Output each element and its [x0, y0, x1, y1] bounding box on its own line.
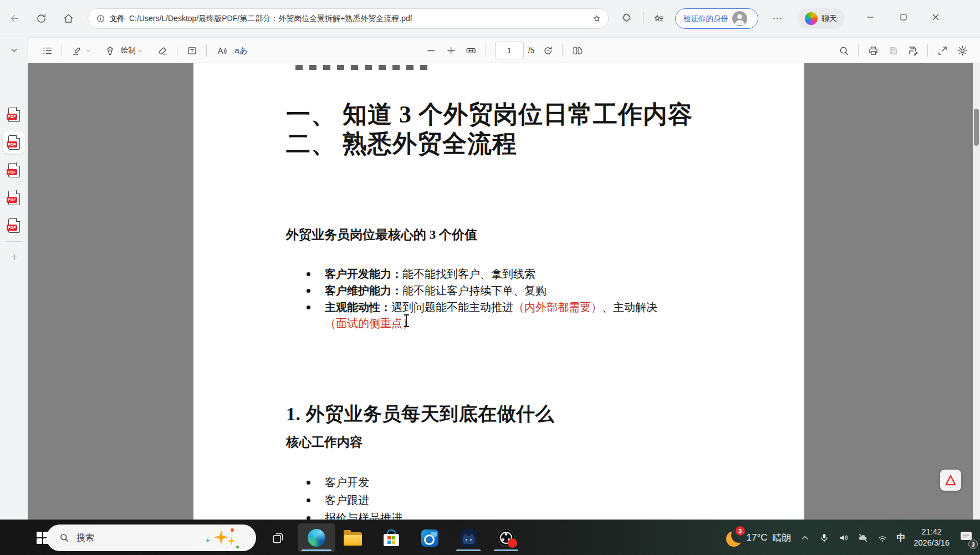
edge-icon [308, 529, 325, 547]
recording-dot [508, 538, 517, 548]
pdf-page[interactable]: 一、 知道 3 个外贸岗位日常工作内容 二、 熟悉外贸全流程 外贸业务员岗位最核… [193, 63, 804, 520]
pdf-tab-5[interactable]: PDF [3, 215, 25, 237]
network-wifi-icon[interactable] [877, 532, 888, 543]
read-aloud-icon [216, 45, 227, 57]
bookmark-star-icon[interactable] [592, 14, 601, 23]
search-document-button[interactable] [834, 41, 854, 60]
home-button[interactable] [57, 7, 79, 29]
taskbar-search[interactable]: 搜索 [47, 525, 256, 551]
taskbar-clock[interactable]: 21:42 2026/3/16 [913, 527, 950, 548]
address-url[interactable]: C:/Users/L/Desktop/最终版PDF/第二部分：外贸岗位全景拆解+… [129, 14, 588, 24]
draw-button[interactable] [100, 41, 120, 60]
favorites-button[interactable] [647, 7, 670, 29]
page-view-button[interactable] [567, 41, 587, 60]
bullet-item: 客户开发能力：能不能找到客户、拿到线索 [325, 267, 535, 282]
text-cursor [406, 314, 407, 327]
taskbar-outlook-button[interactable] [417, 523, 442, 552]
save-button[interactable] [883, 41, 903, 60]
address-bar[interactable]: 文件 C:/Users/L/Desktop/最终版PDF/第二部分：外贸岗位全景… [88, 8, 609, 29]
pdf-tab-4[interactable]: PDF [3, 187, 25, 209]
more-menu-button[interactable] [766, 7, 788, 29]
maximize-button[interactable] [891, 6, 916, 29]
microphone-icon[interactable] [819, 532, 830, 543]
table-of-contents-button[interactable] [37, 41, 57, 60]
print-button[interactable] [863, 41, 883, 60]
hidden-icons-chevron[interactable] [799, 532, 810, 543]
read-aloud-button[interactable] [211, 41, 231, 60]
rotate-button[interactable] [538, 41, 558, 60]
pdf-tab-1[interactable]: PDF [3, 104, 25, 126]
verify-identity-button[interactable]: 验证你的身份 [675, 8, 758, 29]
extensions-button[interactable] [615, 7, 637, 29]
acrobat-icon [944, 473, 957, 487]
save-icon [887, 45, 899, 57]
highlighter-dropdown-icon[interactable] [85, 47, 92, 54]
close-button[interactable] [923, 6, 948, 29]
eraser-button[interactable] [152, 41, 172, 60]
volume-icon[interactable] [838, 532, 849, 543]
back-icon [9, 13, 21, 24]
eraser-icon [157, 45, 169, 57]
taskbar-file-explorer-button[interactable] [340, 523, 365, 552]
maximize-icon [898, 12, 909, 23]
translate-button[interactable]: aあ [231, 41, 251, 60]
fullscreen-arrow-icon [937, 45, 948, 57]
new-tab-button[interactable] [4, 247, 24, 267]
weather-widget[interactable]: 3 17°C 晴朗 [726, 529, 792, 547]
pdf-file-icon: PDF [8, 135, 20, 150]
two-page-view-icon [571, 45, 583, 57]
pdf-tab-3[interactable]: PDF [3, 159, 25, 181]
task-view-icon [272, 532, 284, 544]
acrobat-extension-button[interactable] [940, 470, 961, 491]
toolbar-separator [562, 44, 563, 57]
taskbar-store-button[interactable] [379, 523, 404, 552]
zoom-in-button[interactable] [441, 41, 461, 60]
collapse-toolbar-button[interactable] [4, 40, 24, 60]
minimize-icon [865, 12, 876, 23]
copilot-chat-button[interactable]: 聊天 [797, 8, 845, 29]
fullscreen-button[interactable] [932, 41, 952, 60]
cat-app-icon [460, 529, 477, 547]
copilot-sparkles-icon [204, 525, 243, 551]
onedrive-paused-icon[interactable] [858, 532, 869, 543]
minimize-button[interactable] [858, 6, 883, 29]
task-view-button[interactable] [265, 525, 290, 551]
taskbar-obs-button[interactable] [493, 523, 519, 552]
home-icon [63, 13, 74, 24]
notification-center-button[interactable]: 3 [959, 529, 973, 546]
refresh-button[interactable] [30, 7, 52, 29]
refresh-icon [35, 13, 47, 24]
obs-studio-icon [497, 529, 515, 547]
save-as-button[interactable] [903, 41, 923, 60]
gear-icon [957, 45, 968, 57]
pdf-tab-2-active[interactable]: PDF [3, 131, 25, 154]
back-button[interactable] [3, 7, 25, 29]
add-text-button[interactable] [182, 41, 202, 60]
settings-button[interactable] [952, 41, 972, 60]
page-number-input[interactable] [495, 42, 524, 59]
section-heading: 1. 外贸业务员每天到底在做什么 [286, 401, 554, 427]
bullet-item: 主观能动性：遇到问题能不能主动推进（内外部都需要）、主动解决 [325, 300, 657, 315]
bullet-label: 客户开发能力： [325, 268, 402, 280]
pdf-scrollbar-thumb[interactable] [974, 109, 979, 146]
fit-to-width-button[interactable] [461, 41, 481, 60]
taskbar-edge-button[interactable] [298, 523, 335, 552]
search-placeholder: 搜索 [76, 532, 94, 544]
page-total-label: /5 [528, 46, 535, 55]
taskbar-cat-app-button[interactable] [456, 523, 481, 552]
draw-dropdown-icon[interactable] [136, 47, 144, 54]
pdf-scrollbar[interactable] [973, 63, 980, 520]
ime-indicator[interactable]: 中 [896, 532, 905, 544]
save-as-icon [907, 45, 919, 57]
zoom-out-button[interactable] [421, 41, 441, 60]
highlighter-button[interactable] [67, 41, 86, 60]
navbar-separator [643, 12, 644, 24]
toc-icon [42, 45, 53, 57]
bullet-text: 能不能让客户持续下单、复购 [402, 284, 547, 297]
favorites-star-lines-icon [653, 13, 665, 24]
toolbar-separator [206, 44, 207, 57]
profile-avatar [732, 11, 747, 26]
tab-divider [6, 241, 22, 242]
weather-moon-icon: 3 [726, 531, 742, 547]
minus-icon [425, 45, 437, 57]
